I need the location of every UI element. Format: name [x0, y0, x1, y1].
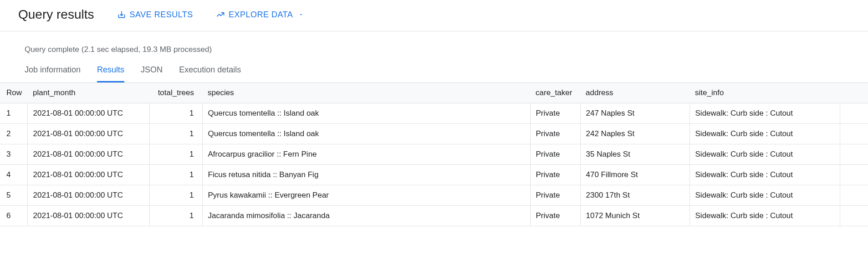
chart-icon [216, 10, 225, 19]
cell-total-trees: 1 [149, 144, 202, 165]
cell-species: Quercus tomentella :: Island oak [202, 124, 530, 144]
cell-site-info: Sidewalk: Curb side : Cutout [689, 165, 840, 185]
cell-row-number: 5 [0, 185, 27, 206]
column-site-info: site_info [689, 83, 840, 103]
tab-json[interactable]: JSON [141, 62, 163, 82]
cell-trailing [840, 124, 868, 144]
cell-species: Pyrus kawakamii :: Evergreen Pear [202, 185, 530, 206]
cell-site-info: Sidewalk: Curb side : Cutout [689, 144, 840, 165]
cell-address: 35 Naples St [580, 144, 689, 165]
cell-care-taker: Private [530, 165, 580, 185]
explore-data-button[interactable]: EXPLORE DATA [216, 10, 304, 20]
table-body: 12021-08-01 00:00:00 UTC1Quercus tomente… [0, 103, 868, 226]
column-care-taker: care_taker [530, 83, 580, 103]
cell-row-number: 4 [0, 165, 27, 185]
cell-total-trees: 1 [149, 124, 202, 144]
table-row: 22021-08-01 00:00:00 UTC1Quercus tomente… [0, 124, 868, 144]
cell-total-trees: 1 [149, 185, 202, 206]
cell-site-info: Sidewalk: Curb side : Cutout [689, 206, 840, 226]
cell-address: 247 Naples St [580, 103, 689, 124]
table-row: 62021-08-01 00:00:00 UTC1Jacaranda mimos… [0, 206, 868, 226]
table-row: 32021-08-01 00:00:00 UTC1Afrocarpus grac… [0, 144, 868, 165]
cell-address: 1072 Munich St [580, 206, 689, 226]
results-table: Row plant_month total_trees species care… [0, 82, 868, 226]
table-row: 42021-08-01 00:00:00 UTC1Ficus retusa ni… [0, 165, 868, 185]
column-total-trees: total_trees [149, 83, 202, 103]
cell-trailing [840, 165, 868, 185]
cell-plant-month: 2021-08-01 00:00:00 UTC [27, 103, 149, 124]
cell-row-number: 6 [0, 206, 27, 226]
cell-trailing [840, 206, 868, 226]
column-plant-month: plant_month [27, 83, 149, 103]
cell-trailing [840, 103, 868, 124]
cell-care-taker: Private [530, 144, 580, 165]
column-address: address [580, 83, 689, 103]
table-row: 12021-08-01 00:00:00 UTC1Quercus tomente… [0, 103, 868, 124]
status-area: Query complete (2.1 sec elapsed, 19.3 MB… [0, 31, 868, 62]
cell-care-taker: Private [530, 124, 580, 144]
save-results-label: SAVE RESULTS [130, 10, 193, 20]
cell-care-taker: Private [530, 103, 580, 124]
cell-plant-month: 2021-08-01 00:00:00 UTC [27, 185, 149, 206]
cell-trailing [840, 144, 868, 165]
cell-total-trees: 1 [149, 206, 202, 226]
cell-address: 470 Fillmore St [580, 165, 689, 185]
cell-site-info: Sidewalk: Curb side : Cutout [689, 185, 840, 206]
cell-row-number: 3 [0, 144, 27, 165]
cell-care-taker: Private [530, 185, 580, 206]
cell-row-number: 1 [0, 103, 27, 124]
tab-execution-details[interactable]: Execution details [179, 62, 241, 82]
explore-data-label: EXPLORE DATA [229, 10, 293, 20]
column-trailing [840, 83, 868, 103]
tab-results[interactable]: Results [97, 62, 124, 82]
status-text: Query complete (2.1 sec elapsed, 19.3 MB… [25, 45, 850, 54]
tabs-bar: Job information Results JSON Execution d… [0, 62, 868, 82]
caret-down-icon [298, 10, 304, 20]
column-species: species [202, 83, 530, 103]
table-header-row: Row plant_month total_trees species care… [0, 83, 868, 103]
cell-care-taker: Private [530, 206, 580, 226]
cell-species: Afrocarpus gracilior :: Fern Pine [202, 144, 530, 165]
column-row: Row [0, 83, 27, 103]
cell-species: Ficus retusa nitida :: Banyan Fig [202, 165, 530, 185]
cell-plant-month: 2021-08-01 00:00:00 UTC [27, 124, 149, 144]
cell-plant-month: 2021-08-01 00:00:00 UTC [27, 165, 149, 185]
cell-plant-month: 2021-08-01 00:00:00 UTC [27, 206, 149, 226]
tab-job-information[interactable]: Job information [25, 62, 81, 82]
cell-site-info: Sidewalk: Curb side : Cutout [689, 103, 840, 124]
cell-address: 242 Naples St [580, 124, 689, 144]
cell-total-trees: 1 [149, 165, 202, 185]
cell-row-number: 2 [0, 124, 27, 144]
cell-address: 2300 17th St [580, 185, 689, 206]
cell-species: Jacaranda mimosifolia :: Jacaranda [202, 206, 530, 226]
header-bar: Query results SAVE RESULTS EXPLORE DATA [0, 0, 868, 31]
table-row: 52021-08-01 00:00:00 UTC1Pyrus kawakamii… [0, 185, 868, 206]
cell-plant-month: 2021-08-01 00:00:00 UTC [27, 144, 149, 165]
save-results-button[interactable]: SAVE RESULTS [117, 10, 193, 20]
cell-trailing [840, 185, 868, 206]
download-icon [117, 10, 126, 19]
page-title: Query results [18, 7, 94, 22]
cell-total-trees: 1 [149, 103, 202, 124]
cell-site-info: Sidewalk: Curb side : Cutout [689, 124, 840, 144]
cell-species: Quercus tomentella :: Island oak [202, 103, 530, 124]
